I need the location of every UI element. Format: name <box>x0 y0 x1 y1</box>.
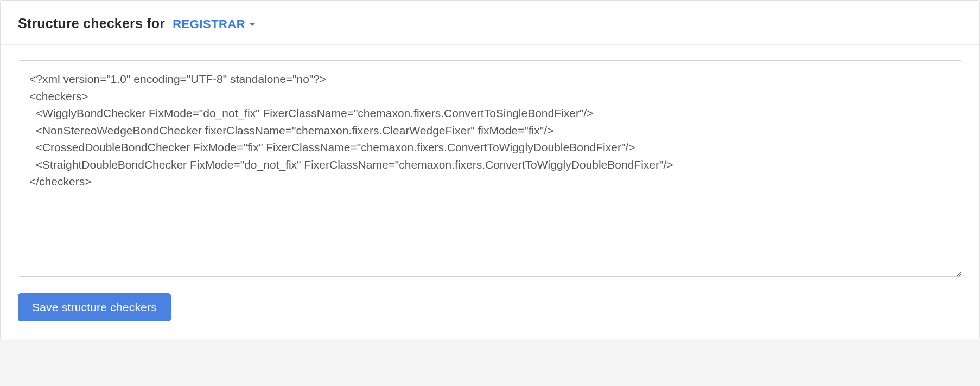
save-structure-checkers-button[interactable]: Save structure checkers <box>18 293 171 321</box>
structure-checkers-xml-input[interactable] <box>18 60 962 277</box>
structure-checkers-panel: Structure checkers for REGISTRAR Save st… <box>0 0 980 339</box>
role-dropdown[interactable]: REGISTRAR <box>173 17 256 31</box>
role-dropdown-label: REGISTRAR <box>173 17 245 31</box>
panel-body: Save structure checkers <box>1 45 979 339</box>
panel-header: Structure checkers for REGISTRAR <box>1 1 979 45</box>
panel-title: Structure checkers for <box>18 16 165 31</box>
caret-down-icon <box>249 22 256 27</box>
